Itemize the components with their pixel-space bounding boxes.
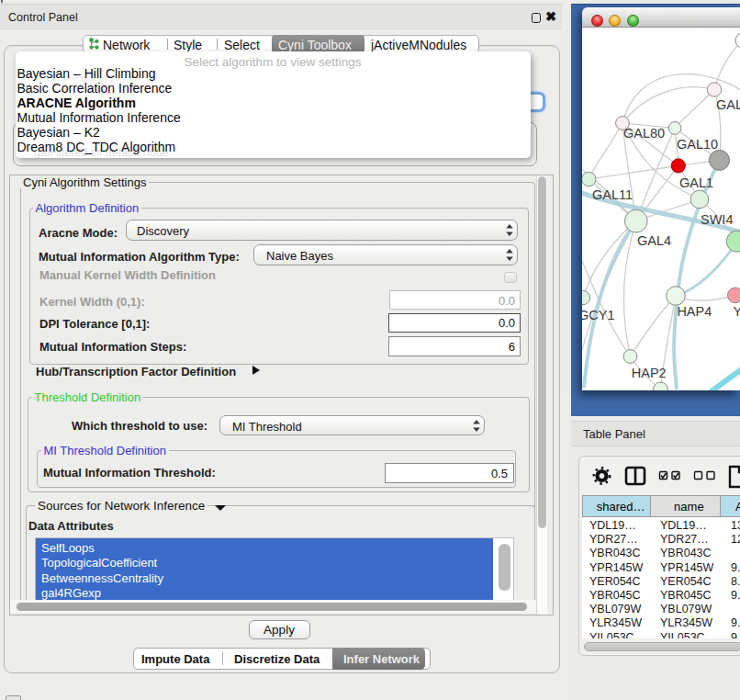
- svg-text:GAL80: GAL80: [623, 126, 665, 141]
- svg-text:GAL10: GAL10: [677, 137, 718, 152]
- svg-text:GAL1: GAL1: [679, 175, 713, 190]
- svg-text:SWI4: SWI4: [701, 212, 733, 227]
- svg-text:GAL: GAL: [716, 97, 740, 112]
- svg-text:HAP2: HAP2: [632, 366, 667, 380]
- svg-text:GCY1: GCY1: [582, 308, 615, 322]
- svg-text:GAL4: GAL4: [637, 233, 671, 248]
- svg-text:Y: Y: [734, 304, 740, 319]
- svg-text:HAP4: HAP4: [677, 304, 712, 319]
- svg-text:GAL11: GAL11: [592, 187, 633, 202]
